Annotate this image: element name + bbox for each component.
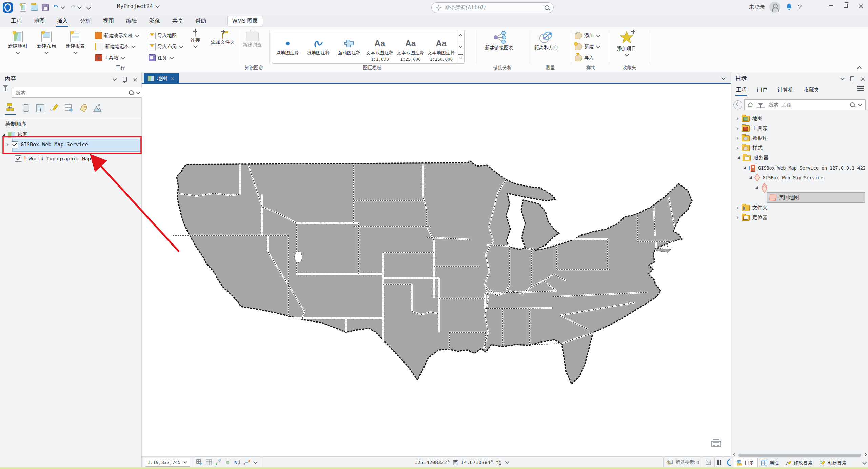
- labeling-tag-icon[interactable]: [79, 104, 87, 114]
- save-project-button[interactable]: [41, 2, 50, 13]
- customize-qat-button[interactable]: [85, 2, 93, 13]
- catalog-node-folders[interactable]: 文件夹: [731, 203, 868, 213]
- minimize-button[interactable]: [823, 0, 838, 12]
- gallery-expand-button[interactable]: [457, 52, 464, 63]
- help-button[interactable]: ?: [798, 3, 802, 11]
- tab-analysis[interactable]: 分析: [75, 16, 96, 27]
- catalog-horizontal-scrollbar[interactable]: [732, 453, 868, 457]
- new-notebook-button[interactable]: 新建笔记本: [95, 42, 140, 51]
- app-logo-icon[interactable]: [3, 2, 13, 13]
- catalog-node-maps[interactable]: 地图: [731, 114, 868, 123]
- new-presentation-button[interactable]: 新建演示文稿: [95, 31, 140, 40]
- tab-wms-layer-contextual[interactable]: WMS 图层: [227, 16, 263, 26]
- undo-button[interactable]: [52, 2, 67, 13]
- tasks-button[interactable]: 任务: [149, 53, 184, 62]
- close-view-icon[interactable]: [171, 77, 174, 80]
- pane-menu-chevron-icon[interactable]: [839, 75, 846, 82]
- close-pane-icon[interactable]: [131, 76, 139, 83]
- bottom-tabs-overflow-chevron-icon[interactable]: [862, 460, 867, 465]
- avatar[interactable]: [769, 2, 780, 13]
- gallery-item-text-annotation-25k[interactable]: Aa 文本地图注释1:25,000: [395, 30, 426, 63]
- bottom-tab-modify-features[interactable]: 修改要素: [782, 458, 816, 467]
- add-folder-button[interactable]: 添加文件夹: [209, 30, 237, 47]
- new-report-button[interactable]: 新建报表: [64, 30, 87, 56]
- catalog-tab-computer[interactable]: 计算机: [777, 85, 794, 95]
- snapping-options-chevron-icon[interactable]: [253, 460, 258, 464]
- catalog-node-wms-server[interactable]: GISBox Web Map Service on 127.0.0.1_422: [731, 163, 868, 173]
- pin-icon[interactable]: [849, 75, 856, 82]
- catalog-node-us-map-selected[interactable]: 美国地图: [767, 192, 865, 203]
- map-view-tab[interactable]: 地图: [144, 73, 179, 84]
- sign-in-status[interactable]: 未登录: [749, 4, 765, 11]
- scrollbar-thumb[interactable]: [738, 454, 861, 457]
- pane-menu-chevron-icon[interactable]: [111, 76, 118, 83]
- new-project-button[interactable]: [18, 2, 28, 13]
- gallery-item-text-annotation-250k[interactable]: Aa 文本地图注释1:250,000: [426, 30, 457, 63]
- add-item-button[interactable]: 添加项目: [615, 29, 638, 58]
- tab-share[interactable]: 共享: [167, 16, 188, 27]
- catalog-node-layer-group[interactable]: [731, 182, 868, 192]
- back-button[interactable]: [733, 100, 742, 109]
- distance-direction-button[interactable]: 距离和方向: [532, 30, 560, 52]
- connections-button[interactable]: 连接: [189, 30, 202, 50]
- grid-icon[interactable]: [205, 459, 212, 466]
- tree-node-map[interactable]: 地图: [2, 130, 28, 140]
- gallery-item-polygon-annotation[interactable]: 面地图注释: [334, 30, 364, 63]
- tab-help[interactable]: 帮助: [191, 16, 211, 27]
- style-new-button[interactable]: 新建: [575, 42, 601, 51]
- list-by-drawing-order-icon[interactable]: [5, 102, 16, 115]
- edit-pencil-icon[interactable]: [50, 104, 59, 114]
- add-table-icon[interactable]: [64, 104, 73, 114]
- map-overview-button[interactable]: [711, 438, 721, 448]
- snapping-sketch-icon[interactable]: [215, 459, 222, 466]
- open-project-button[interactable]: [29, 2, 39, 13]
- undo-dropdown-chevron-icon[interactable]: [61, 5, 65, 9]
- catalog-node-databases[interactable]: 数据库: [731, 133, 868, 143]
- catalog-search-input[interactable]: [768, 102, 847, 108]
- collapsed-triangle-icon[interactable]: [7, 143, 9, 146]
- pause-drawing-button[interactable]: [717, 460, 721, 465]
- project-title-menu[interactable]: MyProject24: [117, 3, 160, 9]
- vertex-path-icon[interactable]: [243, 459, 250, 466]
- view-tab-list-chevron-icon[interactable]: [721, 76, 726, 81]
- gallery-scroll-down-button[interactable]: [457, 41, 464, 53]
- new-map-button[interactable]: 新建地图: [6, 30, 29, 56]
- zoom-to-selection-icon[interactable]: [666, 459, 673, 466]
- list-by-snapping-icon[interactable]: [36, 104, 45, 114]
- catalog-node-locators[interactable]: 定位器: [731, 213, 868, 222]
- style-import-button[interactable]: 导入: [575, 53, 601, 62]
- tab-imagery[interactable]: 影像: [144, 16, 165, 27]
- collapse-ribbon-button[interactable]: [857, 64, 862, 70]
- selected-features-status[interactable]: 所选要素: 0: [676, 459, 699, 465]
- pin-icon[interactable]: [121, 76, 129, 83]
- style-add-button[interactable]: 添加: [575, 31, 601, 40]
- layer-visibility-checkbox[interactable]: [15, 155, 21, 162]
- import-map-button[interactable]: 导入地图: [149, 31, 184, 40]
- tab-project[interactable]: 工程: [6, 16, 26, 27]
- north-arrow-icon[interactable]: N: [234, 459, 241, 466]
- coordinate-readout[interactable]: 125.4208322° 西 14.6710384° 北: [264, 459, 660, 466]
- layer-row-world-topographic[interactable]: ! World Topographic Map: [15, 154, 91, 163]
- close-pane-icon[interactable]: [859, 75, 866, 82]
- notifications-bell-icon[interactable]: [785, 3, 793, 12]
- contents-search-input[interactable]: [15, 90, 127, 96]
- coordinates-chevron-icon[interactable]: [505, 460, 509, 464]
- import-layout-button[interactable]: 导入布局: [149, 42, 184, 51]
- snapping-line-icon[interactable]: [224, 459, 231, 466]
- layer-row-gisbox-wms[interactable]: GISBox Web Map Service: [7, 140, 88, 150]
- map-extent-icon[interactable]: [705, 459, 712, 466]
- search-options-chevron-icon[interactable]: [858, 102, 862, 106]
- catalog-node-wms-service[interactable]: GISBox Web Map Service: [731, 173, 868, 182]
- command-search-box[interactable]: 命令搜索(Alt+Q): [431, 2, 554, 13]
- gallery-scroll-up-button[interactable]: [457, 30, 464, 41]
- redo-button[interactable]: [68, 2, 83, 13]
- new-link-chart-button[interactable]: 新建链接图表: [483, 30, 515, 52]
- filter-icon[interactable]: [3, 89, 8, 94]
- catalog-node-styles[interactable]: 样式: [731, 143, 868, 153]
- tab-edit[interactable]: 编辑: [121, 16, 142, 27]
- gallery-item-point-annotation[interactable]: 点地图注释: [272, 30, 303, 63]
- add-grid-icon[interactable]: [196, 459, 203, 466]
- map-canvas[interactable]: [142, 84, 731, 456]
- toolbox-button[interactable]: 工具箱: [95, 53, 140, 62]
- expanded-triangle-icon[interactable]: [2, 133, 5, 136]
